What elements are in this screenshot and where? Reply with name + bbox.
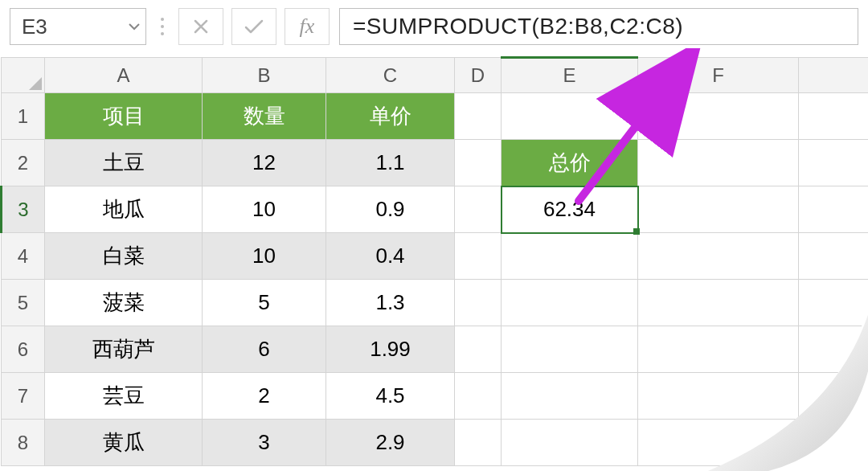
cell-E5[interactable] bbox=[502, 280, 638, 326]
cell-E6[interactable] bbox=[502, 326, 638, 373]
cell-C7[interactable]: 4.5 bbox=[326, 373, 455, 420]
cancel-button[interactable] bbox=[178, 8, 223, 45]
drag-handle-icon[interactable] bbox=[156, 18, 169, 35]
name-box-value: E3 bbox=[22, 14, 47, 39]
cell-F5[interactable] bbox=[638, 280, 799, 326]
row-header-1[interactable]: 1 bbox=[2, 93, 45, 140]
cell-C4[interactable]: 0.4 bbox=[326, 233, 455, 280]
row-header-8[interactable]: 8 bbox=[2, 420, 45, 466]
col-header-G[interactable] bbox=[799, 58, 869, 93]
row-6: 6 西葫芦 6 1.99 bbox=[2, 326, 869, 373]
cell-B3[interactable]: 10 bbox=[203, 186, 326, 233]
cell-C3[interactable]: 0.9 bbox=[326, 186, 455, 233]
spreadsheet-grid[interactable]: A B C D E F 1 项目 数量 单价 2 土豆 12 1.1 总价 bbox=[0, 56, 868, 466]
cell-C1[interactable]: 单价 bbox=[326, 93, 455, 140]
cell-D3[interactable] bbox=[455, 186, 502, 233]
row-4: 4 白菜 10 0.4 bbox=[2, 233, 869, 280]
col-header-B[interactable]: B bbox=[203, 58, 326, 93]
cell-A3[interactable]: 地瓜 bbox=[45, 186, 203, 233]
cell-B2[interactable]: 12 bbox=[203, 140, 326, 186]
cell-C5[interactable]: 1.3 bbox=[326, 280, 455, 326]
cell-C2[interactable]: 1.1 bbox=[326, 140, 455, 186]
cell-A2[interactable]: 土豆 bbox=[45, 140, 203, 186]
formula-bar: E3 fx =SUMPRODUCT(B2:B8,C2:C8) bbox=[0, 0, 868, 56]
row-1: 1 项目 数量 单价 bbox=[2, 93, 869, 140]
cell-E3[interactable]: 62.34 bbox=[502, 186, 638, 233]
cell-D8[interactable] bbox=[455, 420, 502, 466]
cell-A4[interactable]: 白菜 bbox=[45, 233, 203, 280]
cell-G3[interactable] bbox=[799, 186, 869, 233]
cell-G2[interactable] bbox=[799, 140, 869, 186]
select-all-corner[interactable] bbox=[2, 58, 45, 93]
row-header-4[interactable]: 4 bbox=[2, 233, 45, 280]
cell-D5[interactable] bbox=[455, 280, 502, 326]
name-box[interactable]: E3 bbox=[10, 8, 146, 45]
cell-D2[interactable] bbox=[455, 140, 502, 186]
cell-F1[interactable] bbox=[638, 93, 799, 140]
row-header-5[interactable]: 5 bbox=[2, 280, 45, 326]
formula-input[interactable]: =SUMPRODUCT(B2:B8,C2:C8) bbox=[339, 8, 858, 45]
cell-B5[interactable]: 5 bbox=[203, 280, 326, 326]
cell-C8[interactable]: 2.9 bbox=[326, 420, 455, 466]
formula-text: =SUMPRODUCT(B2:B8,C2:C8) bbox=[353, 14, 683, 39]
cell-F3[interactable] bbox=[638, 186, 799, 233]
cell-E4[interactable] bbox=[502, 233, 638, 280]
cell-E1[interactable] bbox=[502, 93, 638, 140]
formula-bar-buttons: fx bbox=[178, 8, 330, 45]
row-3: 3 地瓜 10 0.9 62.34 bbox=[2, 186, 869, 233]
cell-D1[interactable] bbox=[455, 93, 502, 140]
cell-E2[interactable]: 总价 bbox=[502, 140, 638, 186]
cell-F8[interactable] bbox=[638, 420, 799, 466]
cell-A1[interactable]: 项目 bbox=[45, 93, 203, 140]
cell-D6[interactable] bbox=[455, 326, 502, 373]
cell-G4[interactable] bbox=[799, 233, 869, 280]
cell-G1[interactable] bbox=[799, 93, 869, 140]
cell-A8[interactable]: 黄瓜 bbox=[45, 420, 203, 466]
col-header-E[interactable]: E bbox=[502, 58, 638, 93]
row-header-6[interactable]: 6 bbox=[2, 326, 45, 373]
cell-E8[interactable] bbox=[502, 420, 638, 466]
cell-C6[interactable]: 1.99 bbox=[326, 326, 455, 373]
row-header-7[interactable]: 7 bbox=[2, 373, 45, 420]
col-header-A[interactable]: A bbox=[45, 58, 203, 93]
col-header-D[interactable]: D bbox=[455, 58, 502, 93]
cell-B4[interactable]: 10 bbox=[203, 233, 326, 280]
row-8: 8 黄瓜 3 2.9 bbox=[2, 420, 869, 466]
cell-B7[interactable]: 2 bbox=[203, 373, 326, 420]
cell-G5[interactable] bbox=[799, 280, 869, 326]
cell-B8[interactable]: 3 bbox=[203, 420, 326, 466]
col-header-F[interactable]: F bbox=[638, 58, 799, 93]
cell-A7[interactable]: 芸豆 bbox=[45, 373, 203, 420]
cell-B6[interactable]: 6 bbox=[203, 326, 326, 373]
cell-F7[interactable] bbox=[638, 373, 799, 420]
cell-D4[interactable] bbox=[455, 233, 502, 280]
cell-A6[interactable]: 西葫芦 bbox=[45, 326, 203, 373]
cell-G6[interactable] bbox=[799, 326, 869, 373]
cell-G8[interactable] bbox=[799, 420, 869, 466]
sheet-body: 1 项目 数量 单价 2 土豆 12 1.1 总价 3 地瓜 10 0.9 bbox=[2, 93, 869, 466]
fx-icon: fx bbox=[300, 14, 315, 39]
row-header-2[interactable]: 2 bbox=[2, 140, 45, 186]
col-header-C[interactable]: C bbox=[326, 58, 455, 93]
cell-E7[interactable] bbox=[502, 373, 638, 420]
enter-button[interactable] bbox=[231, 8, 276, 45]
cell-F2[interactable] bbox=[638, 140, 799, 186]
row-2: 2 土豆 12 1.1 总价 bbox=[2, 140, 869, 186]
cell-G7[interactable] bbox=[799, 373, 869, 420]
cell-F6[interactable] bbox=[638, 326, 799, 373]
chevron-down-icon[interactable] bbox=[128, 20, 141, 33]
cell-F4[interactable] bbox=[638, 233, 799, 280]
row-header-3[interactable]: 3 bbox=[2, 186, 45, 233]
cell-B1[interactable]: 数量 bbox=[203, 93, 326, 140]
row-7: 7 芸豆 2 4.5 bbox=[2, 373, 869, 420]
insert-function-button[interactable]: fx bbox=[285, 8, 330, 45]
cell-D7[interactable] bbox=[455, 373, 502, 420]
row-5: 5 菠菜 5 1.3 bbox=[2, 280, 869, 326]
cell-A5[interactable]: 菠菜 bbox=[45, 280, 203, 326]
